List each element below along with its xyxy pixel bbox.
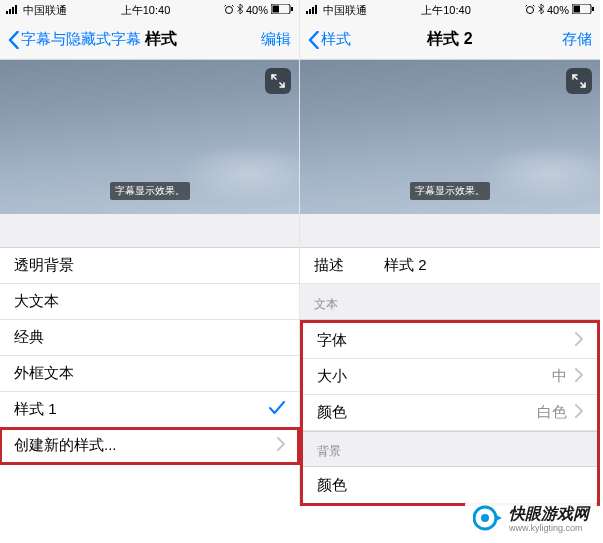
page-title: 样式 [145,29,177,50]
section-header-text: 文本 [300,284,600,320]
back-label: 样式 [321,30,351,49]
row-value: 白色 [537,403,567,422]
back-button[interactable]: 样式 [308,30,351,49]
chevron-right-icon [575,368,583,385]
row-value: 中 [552,367,567,386]
watermark-logo-icon [473,503,503,533]
preview-area: 字幕显示效果。 [0,60,299,214]
preview-area: 字幕显示效果。 [300,60,600,214]
svg-rect-1 [9,9,11,14]
subtitle-sample: 字幕显示效果。 [110,182,190,200]
bluetooth-icon [237,4,243,16]
svg-rect-21 [592,7,594,11]
style-option-transparent[interactable]: 透明背景 [0,248,299,284]
svg-point-25 [481,514,489,522]
status-bar: 中国联通 上午10:40 40% [300,0,600,20]
svg-rect-12 [306,11,308,14]
watermark: 快眼游戏网 www.kyligting.com [465,499,597,537]
row-label: 颜色 [317,476,347,495]
watermark-name: 快眼游戏网 [509,504,589,525]
status-bar: 中国联通 上午10:40 40% [0,0,299,20]
style-option-outline[interactable]: 外框文本 [0,356,299,392]
watermark-url: www.kyligting.com [509,523,589,533]
battery-icon [572,4,594,16]
row-label: 透明背景 [14,256,74,275]
description-row[interactable]: 描述 样式 2 [300,248,600,284]
svg-line-5 [224,5,226,7]
time-label: 上午10:40 [421,3,471,18]
page-title: 样式 2 [427,29,472,50]
svg-rect-20 [574,6,581,13]
style-option-classic[interactable]: 经典 [0,320,299,356]
chevron-right-icon [575,404,583,421]
battery-percent: 40% [246,4,268,16]
checkmark-icon [269,401,285,418]
spacer [0,214,299,248]
svg-rect-14 [312,7,314,14]
row-label: 大小 [317,367,347,386]
svg-rect-9 [291,7,293,11]
style-option-large[interactable]: 大文本 [0,284,299,320]
svg-line-18 [533,5,535,7]
svg-line-17 [525,5,527,7]
carrier-label: 中国联通 [323,3,367,18]
nav-bar: 字幕与隐藏式字幕 样式 编辑 [0,20,299,60]
create-new-style[interactable]: 创建新的样式... [0,428,299,464]
carrier-label: 中国联通 [23,3,67,18]
svg-point-16 [526,7,533,14]
expand-button[interactable] [566,68,592,94]
size-row[interactable]: 大小 中 [303,359,597,395]
save-button[interactable]: 存储 [562,30,592,49]
chevron-right-icon [277,437,285,454]
subtitle-sample: 字幕显示效果。 [410,182,490,200]
section-header-bg: 背景 [303,431,597,467]
svg-rect-15 [315,5,317,14]
text-settings-group: 字体 大小 中 颜色 白色 背景 颜色 [300,320,600,506]
style-option-style1[interactable]: 样式 1 [0,392,299,428]
desc-value: 样式 2 [384,256,427,275]
alarm-icon [224,4,234,16]
row-label: 颜色 [317,403,347,422]
phone-right: 中国联通 上午10:40 40% 样式 样式 2 [300,0,600,506]
font-row[interactable]: 字体 [303,323,597,359]
time-label: 上午10:40 [121,3,171,18]
row-label: 字体 [317,331,347,350]
bg-color-row[interactable]: 颜色 [303,467,597,503]
row-label: 创建新的样式... [14,436,117,455]
expand-button[interactable] [265,68,291,94]
desc-label: 描述 [314,256,344,275]
row-label: 大文本 [14,292,59,311]
expand-icon [572,74,586,88]
svg-rect-0 [6,11,8,14]
back-label: 字幕与隐藏式字幕 [21,30,141,49]
svg-point-4 [225,7,232,14]
expand-icon [271,74,285,88]
row-label: 样式 1 [14,400,57,419]
row-label: 经典 [14,328,44,347]
text-color-row[interactable]: 颜色 白色 [303,395,597,431]
edit-button[interactable]: 编辑 [261,30,291,49]
phone-left: 中国联通 上午10:40 40% 字幕与隐藏式字幕 样式 [0,0,300,506]
chevron-right-icon [575,332,583,349]
alarm-icon [525,4,535,16]
bluetooth-icon [538,4,544,16]
svg-rect-2 [12,7,14,14]
signal-icon [6,4,20,16]
spacer [300,214,600,248]
svg-rect-8 [273,6,280,13]
battery-icon [271,4,293,16]
svg-line-6 [232,5,234,7]
battery-percent: 40% [547,4,569,16]
back-button[interactable]: 字幕与隐藏式字幕 [8,30,141,49]
row-label: 外框文本 [14,364,74,383]
svg-rect-3 [15,5,17,14]
svg-rect-13 [309,9,311,14]
signal-icon [306,4,320,16]
nav-bar: 样式 样式 2 存储 [300,20,600,60]
